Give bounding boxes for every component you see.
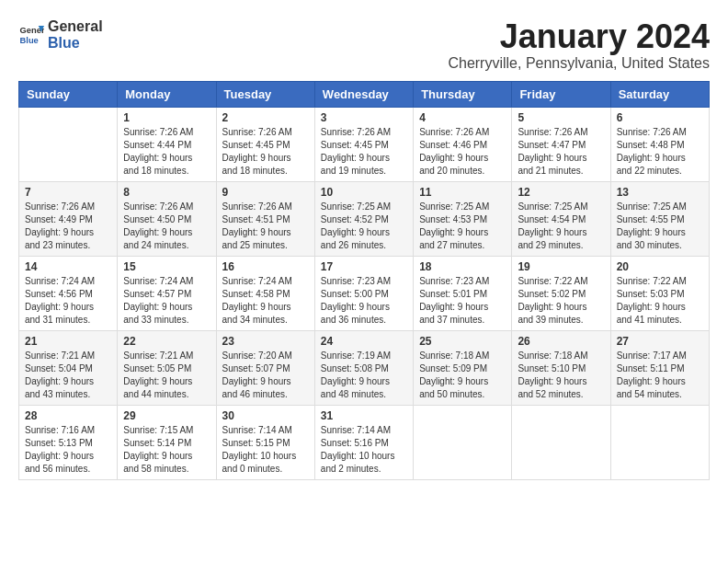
week-row-4: 21Sunrise: 7:21 AM Sunset: 5:04 PM Dayli…: [19, 330, 710, 405]
day-info: Sunrise: 7:18 AM Sunset: 5:10 PM Dayligh…: [518, 350, 604, 401]
calendar-cell: [610, 405, 709, 479]
day-info: Sunrise: 7:22 AM Sunset: 5:03 PM Dayligh…: [617, 275, 703, 327]
calendar-cell: 7Sunrise: 7:26 AM Sunset: 4:49 PM Daylig…: [19, 181, 118, 256]
day-info: Sunrise: 7:19 AM Sunset: 5:08 PM Dayligh…: [321, 350, 407, 401]
day-number: 31: [321, 409, 407, 422]
calendar-cell: 3Sunrise: 7:26 AM Sunset: 4:45 PM Daylig…: [314, 107, 413, 181]
day-number: 13: [617, 186, 703, 199]
day-info: Sunrise: 7:25 AM Sunset: 4:54 PM Dayligh…: [518, 201, 604, 252]
day-info: Sunrise: 7:21 AM Sunset: 5:04 PM Dayligh…: [25, 350, 111, 401]
calendar-cell: 1Sunrise: 7:26 AM Sunset: 4:44 PM Daylig…: [118, 107, 216, 181]
calendar-cell: 18Sunrise: 7:23 AM Sunset: 5:01 PM Dayli…: [414, 256, 512, 330]
calendar-cell: 11Sunrise: 7:25 AM Sunset: 4:53 PM Dayli…: [414, 181, 512, 256]
calendar-cell: 9Sunrise: 7:26 AM Sunset: 4:51 PM Daylig…: [216, 181, 314, 256]
calendar-cell: 4Sunrise: 7:26 AM Sunset: 4:46 PM Daylig…: [414, 107, 512, 181]
day-header-saturday: Saturday: [610, 81, 709, 107]
day-info: Sunrise: 7:26 AM Sunset: 4:44 PM Dayligh…: [123, 126, 210, 178]
day-number: 17: [321, 260, 407, 273]
calendar-cell: 26Sunrise: 7:18 AM Sunset: 5:10 PM Dayli…: [512, 330, 610, 405]
calendar-cell: 24Sunrise: 7:19 AM Sunset: 5:08 PM Dayli…: [314, 330, 413, 405]
calendar-cell: 10Sunrise: 7:25 AM Sunset: 4:52 PM Dayli…: [314, 181, 413, 256]
calendar-cell: 6Sunrise: 7:26 AM Sunset: 4:48 PM Daylig…: [610, 107, 709, 181]
calendar-cell: 5Sunrise: 7:26 AM Sunset: 4:47 PM Daylig…: [512, 107, 610, 181]
day-info: Sunrise: 7:24 AM Sunset: 4:58 PM Dayligh…: [222, 275, 309, 327]
day-number: 1: [123, 111, 210, 124]
calendar-cell: 17Sunrise: 7:23 AM Sunset: 5:00 PM Dayli…: [314, 256, 413, 330]
calendar-cell: [414, 405, 512, 479]
day-number: 9: [222, 186, 309, 199]
day-info: Sunrise: 7:26 AM Sunset: 4:50 PM Dayligh…: [123, 201, 210, 252]
day-number: 5: [518, 111, 604, 124]
calendar-cell: [512, 405, 610, 479]
calendar-cell: 15Sunrise: 7:24 AM Sunset: 4:57 PM Dayli…: [118, 256, 216, 330]
calendar-cell: 14Sunrise: 7:24 AM Sunset: 4:56 PM Dayli…: [19, 256, 118, 330]
day-info: Sunrise: 7:25 AM Sunset: 4:55 PM Dayligh…: [617, 201, 703, 252]
calendar-cell: 20Sunrise: 7:22 AM Sunset: 5:03 PM Dayli…: [610, 256, 709, 330]
calendar-cell: 28Sunrise: 7:16 AM Sunset: 5:13 PM Dayli…: [19, 405, 118, 479]
day-info: Sunrise: 7:23 AM Sunset: 5:00 PM Dayligh…: [321, 275, 407, 327]
week-row-5: 28Sunrise: 7:16 AM Sunset: 5:13 PM Dayli…: [19, 405, 710, 479]
day-header-friday: Friday: [512, 81, 610, 107]
day-number: 3: [321, 111, 407, 124]
day-info: Sunrise: 7:26 AM Sunset: 4:46 PM Dayligh…: [419, 126, 506, 178]
day-number: 27: [617, 335, 703, 348]
day-info: Sunrise: 7:20 AM Sunset: 5:07 PM Dayligh…: [222, 350, 309, 401]
calendar-cell: 8Sunrise: 7:26 AM Sunset: 4:50 PM Daylig…: [118, 181, 216, 256]
day-number: 18: [419, 260, 506, 273]
title-section: January 2024 Cherryville, Pennsylvania, …: [448, 18, 710, 72]
day-info: Sunrise: 7:26 AM Sunset: 4:49 PM Dayligh…: [25, 201, 111, 252]
logo-blue-text: Blue: [48, 35, 103, 52]
day-info: Sunrise: 7:23 AM Sunset: 5:01 PM Dayligh…: [419, 275, 506, 327]
calendar-cell: 16Sunrise: 7:24 AM Sunset: 4:58 PM Dayli…: [216, 256, 314, 330]
day-number: 22: [123, 335, 210, 348]
calendar-cell: 21Sunrise: 7:21 AM Sunset: 5:04 PM Dayli…: [19, 330, 118, 405]
month-title: January 2024: [448, 18, 710, 55]
day-number: 14: [25, 260, 111, 273]
calendar-cell: 27Sunrise: 7:17 AM Sunset: 5:11 PM Dayli…: [610, 330, 709, 405]
calendar-cell: 2Sunrise: 7:26 AM Sunset: 4:45 PM Daylig…: [216, 107, 314, 181]
day-number: 19: [518, 260, 604, 273]
week-row-2: 7Sunrise: 7:26 AM Sunset: 4:49 PM Daylig…: [19, 181, 710, 256]
day-number: 6: [617, 111, 703, 124]
logo-icon: General Blue: [18, 22, 44, 48]
day-info: Sunrise: 7:14 AM Sunset: 5:15 PM Dayligh…: [222, 424, 309, 476]
day-info: Sunrise: 7:16 AM Sunset: 5:13 PM Dayligh…: [25, 424, 111, 476]
day-number: 29: [123, 409, 210, 422]
day-info: Sunrise: 7:26 AM Sunset: 4:47 PM Dayligh…: [518, 126, 604, 178]
header: General Blue General Blue January 2024 C…: [18, 18, 710, 72]
day-header-thursday: Thursday: [414, 81, 512, 107]
day-number: 24: [321, 335, 407, 348]
day-number: 20: [617, 260, 703, 273]
day-info: Sunrise: 7:21 AM Sunset: 5:05 PM Dayligh…: [123, 350, 210, 401]
day-info: Sunrise: 7:17 AM Sunset: 5:11 PM Dayligh…: [617, 350, 703, 401]
calendar-cell: 12Sunrise: 7:25 AM Sunset: 4:54 PM Dayli…: [512, 181, 610, 256]
day-header-monday: Monday: [118, 81, 216, 107]
day-info: Sunrise: 7:25 AM Sunset: 4:52 PM Dayligh…: [321, 201, 407, 252]
location-title: Cherryville, Pennsylvania, United States: [448, 55, 710, 72]
logo-general-text: General: [48, 18, 103, 35]
day-number: 2: [222, 111, 309, 124]
calendar-cell: 29Sunrise: 7:15 AM Sunset: 5:14 PM Dayli…: [118, 405, 216, 479]
day-header-sunday: Sunday: [19, 81, 118, 107]
day-info: Sunrise: 7:18 AM Sunset: 5:09 PM Dayligh…: [419, 350, 506, 401]
days-header-row: SundayMondayTuesdayWednesdayThursdayFrid…: [19, 81, 710, 107]
day-header-tuesday: Tuesday: [216, 81, 314, 107]
day-number: 16: [222, 260, 309, 273]
day-info: Sunrise: 7:26 AM Sunset: 4:45 PM Dayligh…: [321, 126, 407, 178]
calendar-cell: 30Sunrise: 7:14 AM Sunset: 5:15 PM Dayli…: [216, 405, 314, 479]
day-number: 15: [123, 260, 210, 273]
day-number: 8: [123, 186, 210, 199]
day-info: Sunrise: 7:25 AM Sunset: 4:53 PM Dayligh…: [419, 201, 506, 252]
day-number: 30: [222, 409, 309, 422]
calendar-cell: 25Sunrise: 7:18 AM Sunset: 5:09 PM Dayli…: [414, 330, 512, 405]
svg-text:Blue: Blue: [20, 36, 39, 45]
day-info: Sunrise: 7:26 AM Sunset: 4:45 PM Dayligh…: [222, 126, 309, 178]
calendar-cell: 31Sunrise: 7:14 AM Sunset: 5:16 PM Dayli…: [314, 405, 413, 479]
day-info: Sunrise: 7:26 AM Sunset: 4:48 PM Dayligh…: [617, 126, 703, 178]
day-info: Sunrise: 7:24 AM Sunset: 4:57 PM Dayligh…: [123, 275, 210, 327]
day-number: 23: [222, 335, 309, 348]
day-header-wednesday: Wednesday: [314, 81, 413, 107]
week-row-3: 14Sunrise: 7:24 AM Sunset: 4:56 PM Dayli…: [19, 256, 710, 330]
day-info: Sunrise: 7:22 AM Sunset: 5:02 PM Dayligh…: [518, 275, 604, 327]
day-number: 26: [518, 335, 604, 348]
